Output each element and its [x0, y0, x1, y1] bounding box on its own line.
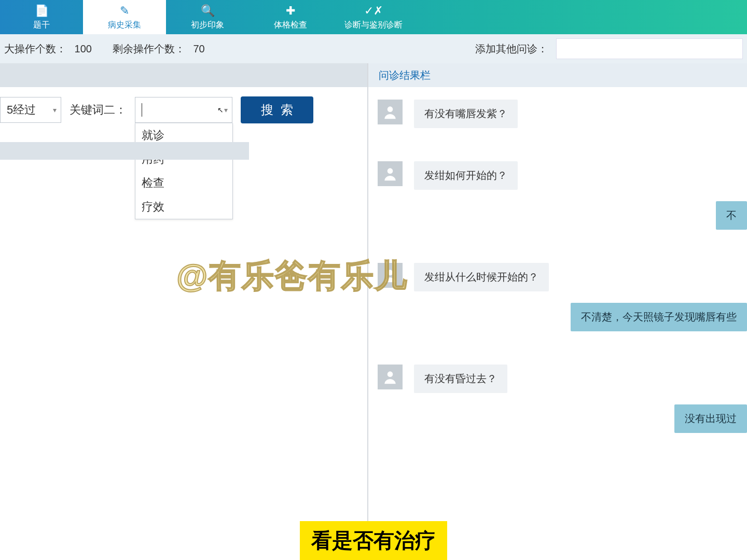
- chat-message: 有没有嘴唇发紫？: [378, 100, 747, 128]
- chat-bubble: 发绀从什么时候开始的？: [414, 263, 549, 291]
- remain-ops: 剩余操作个数： 70: [113, 42, 205, 56]
- nav-tab-label: 病史采集: [108, 20, 141, 31]
- svg-point-1: [388, 168, 393, 174]
- keyword2-dropdown[interactable]: ↖ 就诊 用药 检查 疗效: [135, 97, 232, 123]
- filter-header: [0, 63, 367, 87]
- max-ops-value: 100: [75, 43, 92, 54]
- chat-bubble: 发绀如何开始的？: [414, 161, 518, 190]
- keyword2-menu: 就诊 用药 检查 疗效: [135, 123, 233, 219]
- main-area: 5经过 关键词二： ↖ 就诊 用药 检查 疗效 搜索 问诊结果栏: [0, 63, 747, 560]
- filter-row: 5经过 关键词二： ↖ 就诊 用药 检查 疗效 搜索: [0, 87, 367, 133]
- avatar-icon: [378, 365, 403, 389]
- nav-tab-history[interactable]: ✎ 病史采集: [83, 0, 166, 34]
- chat-bubble: 有没有嘴唇发紫？: [414, 100, 518, 128]
- avatar-icon: [378, 100, 403, 124]
- nav-tab-question[interactable]: 📄 题干: [0, 0, 83, 34]
- chat-message: 不清楚，今天照镜子发现嘴唇有些: [378, 303, 747, 331]
- max-ops-label: 大操作个数：: [4, 43, 66, 54]
- avatar-icon: [378, 161, 403, 186]
- caption-text: 看是否有治疗: [311, 529, 436, 552]
- avatar-icon: [378, 263, 403, 288]
- keyword2-label: 关键词二：: [70, 102, 127, 118]
- nav-tab-physical[interactable]: ✚ 体格检查: [249, 0, 332, 34]
- chat-area: 有没有嘴唇发紫？ 发绀如何开始的？ 不 发绀从什么时候开始的？ 不清楚，今天照镜…: [368, 87, 747, 560]
- remain-ops-label: 剩余操作个数：: [113, 43, 185, 54]
- gray-strip: [0, 142, 249, 160]
- max-ops: 大操作个数： 100: [4, 42, 92, 56]
- stats-bar: 大操作个数： 100 剩余操作个数： 70 添加其他问诊：: [0, 34, 747, 63]
- keyword1-dropdown[interactable]: 5经过: [0, 97, 61, 123]
- chat-bubble: 没有出现过: [674, 404, 747, 433]
- option-examination[interactable]: 检查: [135, 171, 232, 195]
- svg-point-2: [388, 270, 393, 275]
- search-icon: 🔍: [201, 4, 215, 18]
- add-inquiry-input[interactable]: [556, 38, 743, 59]
- option-effect[interactable]: 疗效: [135, 195, 232, 219]
- nav-tab-label: 体格检查: [274, 20, 307, 31]
- nav-tab-label: 诊断与鉴别诊断: [344, 20, 403, 31]
- add-inquiry-label: 添加其他问诊：: [475, 42, 548, 56]
- nav-tab-label: 初步印象: [191, 20, 224, 31]
- chat-bubble: 不: [716, 201, 747, 230]
- text-cursor: [142, 103, 142, 117]
- nav-tab-diagnosis[interactable]: ✓✗ 诊断与鉴别诊断: [332, 0, 415, 34]
- right-panel: 问诊结果栏 有没有嘴唇发紫？ 发绀如何开始的？ 不: [368, 63, 747, 560]
- pencil-icon: ✎: [120, 4, 129, 18]
- chat-message: 不: [378, 201, 747, 230]
- file-icon: 📄: [35, 4, 49, 18]
- result-title: 问诊结果栏: [379, 68, 431, 82]
- chat-message: 发绀从什么时候开始的？: [378, 263, 747, 291]
- keyword1-value: 5经过: [7, 102, 36, 118]
- chat-bubble: 不清楚，今天照镜子发现嘴唇有些: [571, 303, 747, 331]
- chat-message: 有没有昏过去？: [378, 365, 747, 393]
- top-nav: 📄 题干 ✎ 病史采集 🔍 初步印象 ✚ 体格检查 ✓✗ 诊断与鉴别诊断: [0, 0, 747, 34]
- chat-message: 发绀如何开始的？: [378, 161, 747, 190]
- svg-point-3: [388, 371, 393, 377]
- bottom-caption: 看是否有治疗: [300, 521, 447, 560]
- result-title-bar: 问诊结果栏: [368, 63, 747, 87]
- search-button[interactable]: 搜索: [241, 96, 313, 123]
- cursor-icon: ↖: [217, 106, 224, 114]
- diagnosis-icon: ✓✗: [364, 4, 383, 18]
- chat-message: 没有出现过: [378, 404, 747, 433]
- remain-ops-value: 70: [193, 43, 205, 54]
- left-panel: 5经过 关键词二： ↖ 就诊 用药 检查 疗效 搜索: [0, 63, 368, 560]
- nav-tab-label: 题干: [33, 20, 50, 31]
- svg-point-0: [388, 106, 393, 112]
- nav-tab-impression[interactable]: 🔍 初步印象: [166, 0, 249, 34]
- chat-bubble: 有没有昏过去？: [414, 365, 507, 393]
- body-icon: ✚: [286, 4, 295, 18]
